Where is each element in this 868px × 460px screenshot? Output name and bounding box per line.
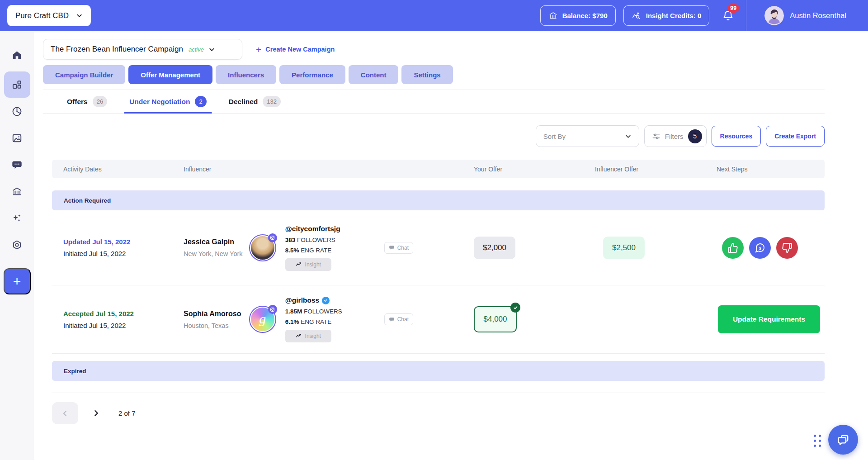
chat-bubble-icon (11, 159, 23, 171)
campaign-status-badge: active (189, 46, 204, 53)
notification-count-badge: 99 (727, 4, 739, 13)
insight-chart-icon (296, 261, 302, 268)
filters-button[interactable]: Filters 5 (644, 125, 707, 147)
influencer-name: Sophia Amoroso (184, 310, 247, 318)
filters-label: Filters (665, 133, 684, 140)
influencer-avatar[interactable] (250, 235, 275, 261)
influencer-cell: Sophia Amoroso Houston, Texas g @girlbos… (184, 296, 474, 342)
tab-offer-management[interactable]: Offer Management (128, 65, 212, 84)
tab-content[interactable]: Content (349, 65, 399, 84)
campaigns-grid-icon (11, 79, 23, 90)
chat-button[interactable]: Chat (384, 242, 413, 254)
followers-label: FOLLOWERS (304, 308, 342, 315)
eng-rate-value: 6.1% (285, 318, 299, 325)
instagram-badge-icon (268, 305, 277, 314)
sort-by-label: Sort By (543, 133, 566, 140)
user-name: Austin Rosenthal (790, 11, 846, 20)
page-indicator: 2 of 7 (118, 409, 136, 417)
avatar-letter: g (259, 312, 266, 326)
subtab-offers-label: Offers (67, 98, 88, 106)
support-chat-fab[interactable] (828, 425, 858, 455)
sidebar-item-messages[interactable] (4, 154, 30, 175)
tab-influencers[interactable]: Influencers (216, 65, 276, 84)
followers-value: 383 (285, 237, 296, 243)
influencer-handle[interactable]: @girlboss (285, 296, 319, 304)
subtab-under-negotiation[interactable]: Under Negotiation 2 (129, 90, 207, 113)
your-offer-amount-accepted: $4,000 (474, 306, 517, 332)
counter-offer-button[interactable]: $ (749, 237, 771, 259)
org-selector-label: Pure Craft CBD (15, 11, 69, 20)
sidebar-item-settings[interactable] (4, 234, 30, 256)
previous-page-button[interactable] (52, 402, 78, 424)
initiated-date: Initiated Jul 15, 2022 (63, 250, 184, 257)
status-date[interactable]: Updated Jul 15, 2022 (63, 238, 184, 246)
insight-credits-label: Insight Credits: 0 (646, 12, 702, 19)
chat-button[interactable]: Chat (384, 313, 413, 325)
activity-dates-cell: Updated Jul 15, 2022 Initiated Jul 15, 2… (63, 238, 184, 257)
create-new-campaign-label: Create New Campaign (265, 46, 335, 53)
your-offer-cell: $4,000 (474, 306, 595, 332)
user-menu[interactable]: Austin Rosenthal (764, 6, 846, 25)
your-offer-amount: $4,000 (484, 315, 507, 324)
update-requirements-button[interactable]: Update Requirements (718, 305, 820, 333)
subtab-offers[interactable]: Offers 26 (67, 90, 107, 113)
create-new-campaign-link[interactable]: + Create New Campaign (256, 45, 335, 54)
balance-button[interactable]: Balance: $790 (540, 5, 616, 26)
tab-performance[interactable]: Performance (279, 65, 345, 84)
influencer-name-block: Sophia Amoroso Houston, Texas (184, 310, 247, 329)
column-influencer-offer: Influencer Offer (595, 166, 717, 173)
home-icon (11, 50, 23, 61)
sidebar-item-content[interactable] (4, 128, 30, 149)
insight-button[interactable]: Insight (285, 258, 331, 271)
next-page-button[interactable] (92, 409, 100, 417)
sidebar-item-campaigns[interactable] (4, 71, 30, 98)
pagination-divider (52, 393, 825, 393)
tab-campaign-builder[interactable]: Campaign Builder (43, 65, 125, 84)
influencer-avatar[interactable]: g (250, 307, 275, 332)
pagination: 2 of 7 (52, 402, 825, 424)
sidebar-item-payments[interactable] (4, 181, 30, 202)
approve-offer-button[interactable] (722, 237, 744, 259)
sparkles-icon (11, 213, 23, 224)
chat-bubbles-icon (835, 432, 851, 447)
instagram-badge-icon (268, 233, 277, 242)
header-divider (746, 0, 746, 31)
chat-label: Chat (397, 316, 409, 322)
sidebar-item-home[interactable] (4, 45, 30, 66)
influencer-handle[interactable]: @citycomfortsjg (285, 225, 340, 233)
create-export-button[interactable]: Create Export (766, 126, 825, 147)
chevron-down-icon (76, 12, 83, 19)
org-selector[interactable]: Pure Craft CBD (7, 5, 91, 26)
subtab-declined[interactable]: Declined 132 (229, 90, 281, 113)
notifications-button[interactable]: 99 (722, 9, 734, 22)
verified-badge-icon (322, 297, 330, 304)
gear-icon (11, 239, 23, 251)
dollar-bubble-icon: $ (755, 242, 765, 253)
drag-handle-dots[interactable] (814, 435, 821, 447)
decline-offer-button[interactable] (776, 237, 798, 259)
influencer-name-block: Jessica Galpin New York, New York (184, 238, 247, 257)
campaign-selector[interactable]: The Frozen Bean Influencer Campaign acti… (43, 39, 242, 60)
sort-by-dropdown[interactable]: Sort By (536, 125, 639, 147)
subtab-offers-count: 26 (93, 96, 107, 107)
sidebar-create-button[interactable]: + (4, 268, 31, 294)
sidebar-item-reports[interactable] (4, 101, 30, 122)
image-icon (11, 133, 23, 144)
influencer-cell: Jessica Galpin New York, New York @cityc… (184, 225, 474, 271)
section-expired: Expired (52, 361, 825, 381)
insight-credits-button[interactable]: Insight Credits: 0 (623, 5, 710, 26)
column-next-steps: Next Steps (717, 166, 825, 173)
chat-icon (389, 317, 395, 322)
next-steps-cell: $ (722, 237, 825, 259)
user-avatar (764, 6, 784, 25)
resources-button[interactable]: Resources (712, 126, 761, 147)
tab-settings[interactable]: Settings (401, 65, 453, 84)
chat-label: Chat (397, 245, 409, 251)
insight-button[interactable]: Insight (285, 330, 331, 342)
column-influencer: Influencer (184, 166, 474, 173)
activity-dates-cell: Accepted Jul 15, 2022 Initiated Jul 15, … (63, 310, 184, 329)
insight-chart-icon (296, 333, 302, 339)
sidebar-item-recommendations[interactable] (4, 208, 30, 229)
thumbs-down-icon (782, 242, 793, 253)
influencer-stats-block: @girlboss 1.85M FOLLOWERS 6.1% ENG RATE … (285, 296, 384, 342)
